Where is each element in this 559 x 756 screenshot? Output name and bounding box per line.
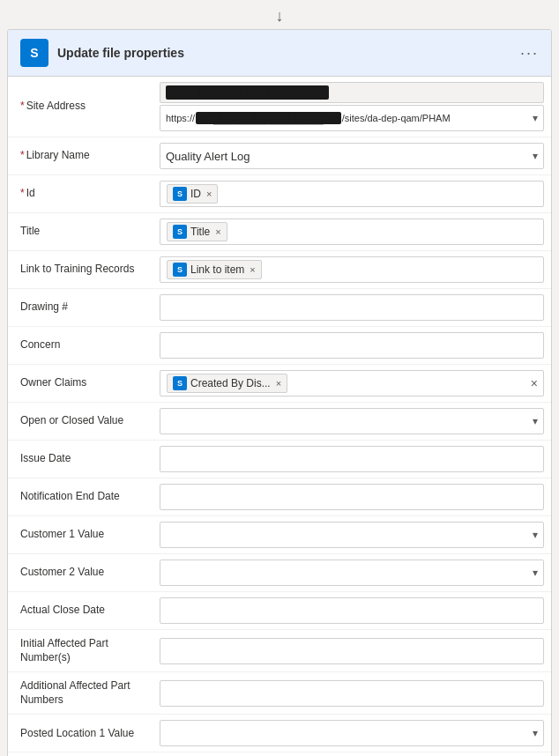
id-tag-text: ID [190,188,201,200]
card-title: Update file properties [57,46,184,60]
form-row-link-training: Link to Training Records S Link to item … [8,251,551,289]
label-link-training: Link to Training Records [8,259,156,280]
field-drawing-number[interactable] [156,293,551,322]
label-open-closed: Open or Closed Value [8,411,156,432]
form-row-customer-1: Customer 1 Value ▾ [8,516,551,554]
label-library-name: *Library Name [8,145,156,167]
field-owner-claims[interactable]: S Created By Dis... × × [156,368,551,398]
form-row-notification-end-date: Notification End Date [8,478,551,516]
drawing-number-field-box[interactable] [160,294,544,321]
label-customer-1: Customer 1 Value [8,524,156,545]
form-body: *Site Address ████████████████ https://█… [8,77,551,756]
owner-claims-tag: S Created By Dis... × [167,374,287,393]
field-title[interactable]: S Title × [156,217,551,247]
label-issue-date: Issue Date [8,448,156,470]
label-concern: Concern [8,335,156,356]
flow-arrow: ↓ [0,0,559,29]
title-tag-text: Title [190,226,210,238]
open-closed-dropdown-arrow[interactable]: ▾ [533,415,538,427]
owner-claims-tag-close[interactable]: × [276,378,281,389]
issue-date-field-box[interactable] [160,446,544,472]
label-customer-2: Customer 2 Value [8,562,156,583]
form-row-concern: Concern [8,327,551,365]
form-row-library-name: *Library Name Quality Alert Log ▾ [8,137,551,175]
field-actual-close-date[interactable] [156,596,551,626]
customer-1-dropdown-arrow[interactable]: ▾ [533,529,538,541]
form-row-id: *Id S ID × [8,175,551,213]
update-file-properties-card: S Update file properties ··· *Site Addre… [7,29,552,756]
customer-2-dropdown-arrow[interactable]: ▾ [533,567,538,579]
title-field-box[interactable]: S Title × [160,219,544,245]
form-row-issue-date: Issue Date [8,441,551,478]
form-row-additional-affected-part: Additional Affected Part Numbers [8,672,551,715]
field-posted-location-1[interactable]: ▾ [156,718,551,748]
posted-location-1-dropdown[interactable]: ▾ [160,720,544,746]
title-tag-close[interactable]: × [215,226,220,237]
field-id[interactable]: S ID × [156,179,551,209]
form-row-initial-affected-part: Initial Affected Part Number(s) [8,630,551,672]
label-actual-close-date: Actual Close Date [8,600,156,621]
label-additional-affected-part: Additional Affected Part Numbers [8,676,156,710]
field-site-address[interactable]: ████████████████ https://███████████████… [156,80,551,133]
customer-1-dropdown[interactable]: ▾ [160,522,544,548]
form-row-site-address: *Site Address ████████████████ https://█… [8,77,551,137]
form-row-open-closed: Open or Closed Value ▾ [8,403,551,441]
link-training-tag-icon: S [173,263,187,277]
additional-affected-part-field-box[interactable] [160,680,544,707]
field-customer-1[interactable]: ▾ [156,520,551,550]
label-title: Title [8,221,156,242]
link-training-tag-text: Link to item [190,263,244,276]
label-notification-end-date: Notification End Date [8,486,156,508]
field-link-training[interactable]: S Link to item × [156,255,551,285]
library-name-value: Quality Alert Log [166,150,250,163]
form-row-posted-location-1: Posted Location 1 Value ▾ [8,715,551,752]
link-training-tag-close[interactable]: × [250,264,255,275]
header-left: S Update file properties [20,39,184,67]
concern-field-box[interactable] [160,332,544,359]
form-row-posted-location-2: Posted Location 2 Value ▾ [8,752,551,756]
field-initial-affected-part[interactable] [156,636,551,666]
owner-claims-field-box[interactable]: S Created By Dis... × × [160,370,544,397]
label-posted-location-1: Posted Location 1 Value [8,723,156,745]
field-notification-end-date[interactable] [156,482,551,512]
owner-claims-tag-text: Created By Dis... [190,377,271,389]
site-address-redacted-box: ████████████████ [160,82,544,103]
owner-claims-clear-button[interactable]: × [531,376,538,390]
label-id: *Id [8,183,156,204]
link-training-field-box[interactable]: S Link to item × [160,256,544,283]
form-row-customer-2: Customer 2 Value ▾ [8,554,551,592]
notification-end-date-field-box[interactable] [160,484,544,510]
form-row-owner-claims: Owner Claims S Created By Dis... × × [8,365,551,403]
field-open-closed[interactable]: ▾ [156,406,551,436]
open-closed-dropdown[interactable]: ▾ [160,408,544,434]
initial-affected-part-field-box[interactable] [160,638,544,664]
field-customer-2[interactable]: ▾ [156,558,551,588]
library-name-dropdown-arrow[interactable]: ▾ [533,150,538,162]
actual-close-date-field-box[interactable] [160,597,544,624]
label-initial-affected-part: Initial Affected Part Number(s) [8,634,156,668]
field-issue-date[interactable] [156,444,551,474]
field-concern[interactable] [156,330,551,360]
more-options-button[interactable]: ··· [520,44,539,63]
id-tag-close[interactable]: × [206,189,212,199]
link-training-tag: S Link to item × [167,260,262,279]
library-name-dropdown[interactable]: Quality Alert Log ▾ [160,143,544,169]
field-additional-affected-part[interactable] [156,678,551,708]
label-drawing-number: Drawing # [8,297,156,318]
id-tag-icon: S [173,187,187,201]
card-header: S Update file properties ··· [8,30,551,77]
id-tag: S ID × [167,184,218,204]
label-site-address: *Site Address [8,96,156,117]
title-tag-icon: S [173,225,187,239]
sharepoint-icon: S [20,39,48,67]
site-address-dropdown-arrow[interactable]: ▾ [533,112,538,124]
field-library-name[interactable]: Quality Alert Log ▾ [156,141,551,171]
site-address-url-box[interactable]: https://████████████████/sites/da-dep-qa… [160,105,544,131]
id-field-box[interactable]: S ID × [160,181,544,207]
customer-2-dropdown[interactable]: ▾ [160,560,544,586]
owner-claims-tag-icon: S [173,376,187,390]
posted-location-1-dropdown-arrow[interactable]: ▾ [533,727,538,739]
title-tag: S Title × [167,222,227,241]
label-owner-claims: Owner Claims [8,373,156,394]
form-row-actual-close-date: Actual Close Date [8,592,551,630]
